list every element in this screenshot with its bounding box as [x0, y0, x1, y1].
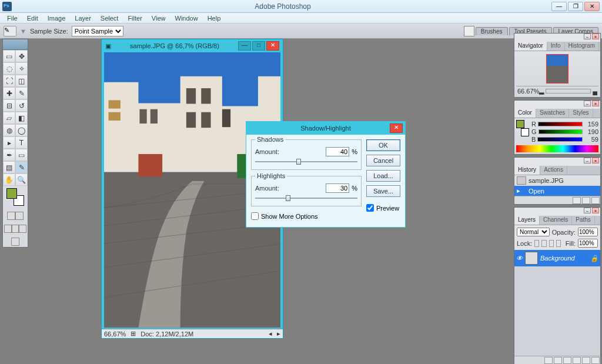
screen-std-icon[interactable]	[4, 225, 12, 233]
tab-paths[interactable]: Paths	[572, 216, 595, 225]
panel-close-icon[interactable]: ×	[592, 101, 599, 106]
blend-mode-select[interactable]: Normal	[517, 228, 550, 236]
highlights-amount-slider[interactable]	[255, 195, 357, 201]
menu-help[interactable]: Help	[203, 14, 226, 22]
magic-wand-tool-icon[interactable]: ✧	[15, 62, 28, 75]
tab-color[interactable]: Color	[514, 109, 536, 118]
doc-scroll-left-icon[interactable]: ◂	[269, 330, 272, 338]
history-snapshot[interactable]: sample.JPG	[514, 175, 600, 186]
hand-tool-icon[interactable]: ✋	[3, 173, 15, 186]
lock-all-icon[interactable]	[556, 240, 561, 247]
tab-channels[interactable]: Channels	[540, 216, 572, 225]
b-slider[interactable]	[537, 137, 583, 142]
menu-image[interactable]: Image	[43, 14, 71, 22]
layer-name[interactable]: Background	[540, 255, 575, 262]
lasso-tool-icon[interactable]: ◌	[3, 62, 15, 75]
eyedropper-tool-icon[interactable]: ✎	[15, 161, 28, 173]
zoom-out-icon[interactable]: ▂	[539, 87, 544, 95]
crop-tool-icon[interactable]: ⛶	[3, 75, 15, 87]
history-new-doc-icon[interactable]	[573, 197, 581, 204]
menu-edit[interactable]: Edit	[22, 14, 43, 22]
show-more-options-checkbox[interactable]	[251, 212, 259, 220]
navigator-thumbnail[interactable]	[546, 54, 568, 84]
eraser-tool-icon[interactable]: ▱	[3, 112, 15, 124]
menu-select[interactable]: Select	[96, 14, 123, 22]
navigator-zoom[interactable]: 66.67%	[517, 88, 539, 95]
layer-visibility-icon[interactable]: 👁	[516, 255, 523, 262]
adjustment-layer-icon[interactable]	[573, 357, 581, 364]
lock-position-icon[interactable]	[549, 240, 554, 247]
dodge-tool-icon[interactable]: ◯	[15, 124, 28, 136]
move-tool-icon[interactable]: ✥	[15, 50, 28, 62]
fill-input[interactable]	[578, 239, 598, 248]
dialog-close-button[interactable]: ✕	[390, 123, 403, 133]
brush-tool-icon[interactable]: ✎	[15, 87, 28, 99]
pen-tool-icon[interactable]: ✒	[3, 149, 15, 161]
marquee-tool-icon[interactable]: ▭	[3, 50, 15, 62]
doc-close-button[interactable]: ✕	[266, 41, 279, 51]
layer-background[interactable]: 👁 Background 🔒	[514, 250, 600, 266]
lock-pixels-icon[interactable]	[541, 240, 546, 247]
panel-close-icon[interactable]: ×	[592, 158, 599, 163]
slice-tool-icon[interactable]: ◫	[15, 75, 28, 87]
shadows-amount-input[interactable]	[326, 147, 349, 156]
zoom-in-icon[interactable]: ▄	[593, 88, 597, 95]
ok-button[interactable]: OK	[366, 139, 400, 151]
notes-tool-icon[interactable]: ▤	[3, 161, 15, 173]
tab-swatches[interactable]: Swatches	[536, 109, 569, 118]
standard-mode-icon[interactable]	[7, 212, 15, 220]
zoom-tool-icon[interactable]: 🔍	[15, 173, 28, 186]
screen-full-icon[interactable]	[19, 225, 26, 233]
tab-history[interactable]: History	[514, 166, 540, 175]
fg-bg-swatch[interactable]	[6, 188, 24, 206]
lock-transparent-icon[interactable]	[534, 240, 539, 247]
quickmask-mode-icon[interactable]	[15, 212, 24, 220]
history-new-snapshot-icon[interactable]	[582, 197, 590, 204]
zoom-slider[interactable]	[546, 89, 591, 93]
menu-file[interactable]: File	[2, 14, 22, 22]
history-trash-icon[interactable]	[591, 197, 600, 204]
palette-well-icon[interactable]	[464, 26, 474, 36]
healing-tool-icon[interactable]: ✚	[3, 87, 15, 99]
panel-close-icon[interactable]: ×	[592, 34, 599, 39]
doc-minimize-button[interactable]: —	[238, 41, 251, 51]
color-fg-swatch[interactable]	[516, 120, 524, 128]
doc-info-icon[interactable]: ⊞	[131, 330, 136, 338]
stamp-tool-icon[interactable]: ⊟	[3, 99, 15, 112]
doc-zoom[interactable]: 66,67%	[104, 330, 126, 338]
window-maximize-button[interactable]: ❐	[568, 2, 583, 11]
path-tool-icon[interactable]: ▸	[3, 136, 15, 149]
r-value[interactable]: 159	[584, 121, 598, 128]
menu-layer[interactable]: Layer	[70, 14, 96, 22]
b-value[interactable]: 59	[584, 136, 598, 143]
menu-window[interactable]: Window	[170, 14, 203, 22]
g-slider[interactable]	[539, 129, 583, 134]
tab-layers[interactable]: Layers	[514, 216, 540, 225]
layer-set-icon[interactable]	[563, 357, 571, 364]
menu-view[interactable]: View	[147, 14, 170, 22]
delete-layer-icon[interactable]	[591, 357, 600, 364]
panel-min-icon[interactable]: –	[584, 158, 591, 163]
window-close-button[interactable]: ✕	[584, 2, 600, 11]
blur-tool-icon[interactable]: ◍	[3, 124, 15, 136]
history-brush-tool-icon[interactable]: ↺	[15, 99, 28, 112]
panel-min-icon[interactable]: –	[584, 34, 591, 39]
load-button[interactable]: Load...	[366, 170, 400, 182]
layer-mask-icon[interactable]	[554, 357, 562, 364]
window-minimize-button[interactable]: —	[551, 2, 567, 11]
cancel-button[interactable]: Cancel	[366, 155, 400, 166]
tab-actions[interactable]: Actions	[540, 166, 567, 175]
color-spectrum[interactable]	[516, 145, 598, 152]
r-slider[interactable]	[538, 122, 583, 126]
tab-navigator[interactable]: Navigator	[514, 42, 547, 51]
tab-brushes[interactable]: Brushes	[476, 27, 508, 35]
sample-size-select[interactable]: Point Sample	[72, 26, 123, 36]
tab-histogram[interactable]: Histogram	[565, 42, 600, 51]
type-tool-icon[interactable]: T	[15, 136, 28, 149]
imageready-icon[interactable]	[11, 238, 19, 246]
opacity-input[interactable]	[578, 228, 598, 236]
new-layer-icon[interactable]	[582, 357, 590, 364]
shadows-amount-slider[interactable]	[255, 159, 357, 165]
save-button[interactable]: Save...	[366, 185, 400, 197]
tab-styles[interactable]: Styles	[569, 109, 593, 118]
